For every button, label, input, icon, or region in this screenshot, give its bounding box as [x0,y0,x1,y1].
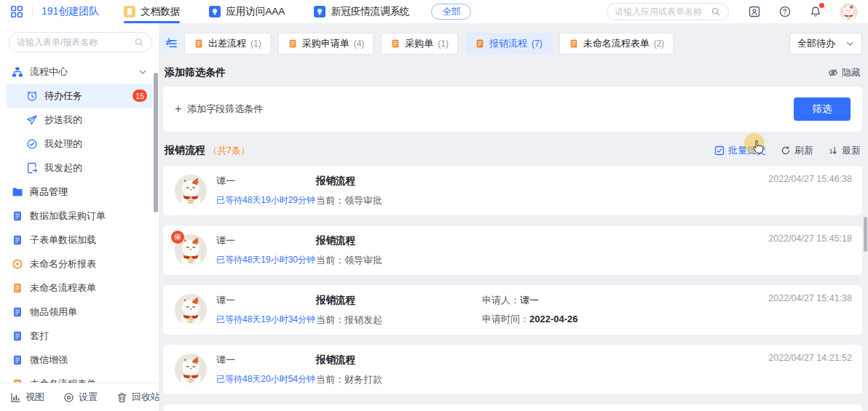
avatar [175,354,207,386]
waiting-time: 已等待48天20小时54分钟 [216,373,316,386]
user-avatar[interactable] [840,3,858,21]
team-name[interactable]: 191创建团队 [42,5,99,18]
process-title: 报销流程 [316,234,482,247]
search-icon [134,37,144,47]
chart-icon [10,392,21,403]
waiting-time: 已等待48天19小时34分钟 [216,314,316,326]
sidebar-item-label: 未命名流程表单 [30,282,96,295]
chevron-down-icon [845,39,854,48]
sidebar-item-label: 商品管理 [30,185,68,199]
topbar-app-tab-label: 应用访问AAA [226,5,285,18]
sidebar-item-1[interactable]: 抄送我的 [6,108,153,132]
doc-blue-icon [12,306,23,318]
task-row-0[interactable]: 谭一 已等待48天19小时29分钟 报销流程 当前：领导审批 2022/04/2… [163,166,862,215]
contacts-icon[interactable] [748,5,761,18]
avatar: 催 [175,234,207,266]
doc-orange-icon [12,282,23,294]
app-icon [209,6,221,17]
sort-newest-button[interactable]: 1 最新 [828,144,861,157]
help-icon[interactable] [778,5,792,18]
sidebar-item-0[interactable]: 待办任务 15 [6,84,153,108]
topbar-app-tab-0[interactable]: 文档数据 [124,0,180,23]
sidebar-item-3[interactable]: 我发起的 [6,156,153,180]
workflow-tab-label: 采购单 [405,37,433,50]
sidebar-form-item-2[interactable]: 子表单数据加载 [6,228,153,252]
collapse-tabs-icon[interactable] [165,37,178,50]
task-row-2[interactable]: 谭一 已等待48天19小时34分钟 报销流程 当前：报销发起 申请人：谭一申请时… [163,285,862,335]
eye-off-icon [828,68,838,78]
task-row-partial[interactable] [163,404,862,411]
applicant-name: 谭一 [216,175,316,188]
global-search[interactable] [607,3,729,20]
main-scrollbar[interactable] [864,217,867,252]
workflow-tab-label: 出差流程 [208,37,246,50]
sidebar-item-label: 子表单数据加载 [30,234,96,247]
sidebar-footer: 视图 设置 回收站 [0,383,159,411]
task-row-1[interactable]: 催 谭一 已等待48天19小时30分钟 报销流程 当前：领导审批 2022/04… [163,226,862,275]
trash-icon [117,392,127,403]
timestamp: 2022/04/27 15:41:38 [768,293,852,303]
hide-filter-button[interactable]: 隐藏 [828,66,861,79]
notifications-bell-icon[interactable] [809,5,822,18]
active-tab-underline [124,21,180,23]
sidebar-form-item-5[interactable]: 物品领用单 [6,300,153,324]
all-apps-pill[interactable]: 全部 [431,4,471,20]
process-title: 报销流程 [316,175,482,188]
sidebar-item-label: 未命名分析报表 [30,258,96,271]
list-title: 报销流程 [165,144,205,157]
filter-section-title: 添加筛选条件 [165,66,226,79]
current-step: 当前：报销发起 [316,314,482,327]
sidebar-footer-1[interactable]: 设置 [63,391,98,404]
sidebar-footer-2[interactable]: 回收站 [117,391,160,404]
workflow-tab-3[interactable]: 报销流程 (7) [465,33,552,55]
todo-filter-select[interactable]: 全部待办 [789,33,862,55]
current-step: 当前：财务打款 [316,373,482,386]
topbar-app-tab-1[interactable]: 应用访问AAA [209,0,285,23]
sidebar-item-label: 我发起的 [44,161,82,175]
sidebar-form-item-7[interactable]: 微信增强 [6,348,153,372]
topbar-app-tab-2[interactable]: 新冠疫情流调系统 [314,0,409,23]
sidebar-form-item-8[interactable]: 未命名流程表单 [6,372,153,383]
docsend-icon [26,162,38,174]
report-orange-icon [12,258,23,270]
workflow-tab-2[interactable]: 采购单 (1) [381,33,458,55]
waiting-time: 已等待48天19小时29分钟 [216,194,316,207]
sidebar-group-process-center[interactable]: 流程中心 [6,60,153,84]
check-icon [26,138,38,150]
sidebar-form-item-6[interactable]: 套打 [6,324,153,348]
workflow-tab-0[interactable]: 出差流程 (1) [184,33,271,55]
task-row-3[interactable]: 谭一 已等待48天20小时54分钟 报销流程 当前：财务打款 2022/04/2… [163,345,862,394]
sidebar-form-item-4[interactable]: 未命名流程表单 [6,276,153,300]
workflow-tab-count: (4) [354,39,365,49]
filter-button[interactable]: 筛选 [794,97,851,121]
form-search-input[interactable] [17,37,130,47]
app-icon [124,6,135,17]
avatar [175,175,207,207]
global-search-input[interactable] [615,7,706,17]
sidebar-item-2[interactable]: 我处理的 [6,132,153,156]
workflow-tab-4[interactable]: 未命名流程表单 (2) [559,33,674,55]
sidebar-form-item-3[interactable]: 未命名分析报表 [6,252,153,276]
refresh-button[interactable]: 刷新 [781,144,813,157]
topbar-app-tab-label: 新冠疫情流调系统 [331,5,409,18]
app-grid-logo-icon[interactable] [10,5,23,18]
refresh-icon [781,145,791,156]
workflow-tab-count: (7) [532,39,542,49]
workflow-tab-1[interactable]: 采购申请单 (4) [278,33,374,55]
filter-panel: + 添加字段筛选条件 筛选 [163,87,862,132]
doc-blue-icon [12,234,23,246]
batch-submit-button[interactable]: 批量提交 [714,144,766,157]
sidebar-form-item-1[interactable]: 数据加载采购订单 [6,204,153,228]
sidebar-footer-0[interactable]: 视图 [10,391,44,404]
sidebar-group-label: 流程中心 [30,65,68,79]
workflow-tab-label: 报销流程 [489,37,527,50]
app-icon [314,6,326,17]
doc-icon [569,39,579,49]
form-search[interactable] [9,32,152,52]
todo-count-badge: 15 [133,89,147,102]
sidebar-scrollbar[interactable] [154,73,158,212]
sidebar-form-item-0[interactable]: 商品管理 [6,180,153,204]
add-filter-field-button[interactable]: + 添加字段筛选条件 [175,103,263,116]
checkbox-icon [714,145,725,156]
list-count: （共7条） [208,145,250,157]
